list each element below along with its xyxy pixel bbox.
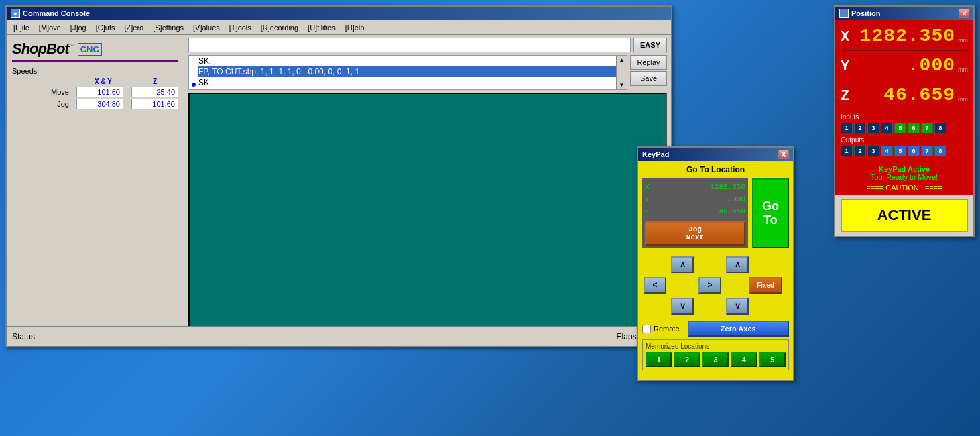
pos-title-left: 📍 Position [839, 9, 880, 18]
output-btn-3[interactable]: 3 [867, 146, 879, 156]
move-xy-input[interactable] [76, 87, 123, 97]
menu-jog[interactable]: [J]og [66, 22, 90, 33]
easy-button[interactable]: EASY [633, 38, 667, 52]
zero-axes-button[interactable]: Zero Axes [688, 321, 789, 337]
y-axis-label: Y [841, 58, 857, 75]
goto-x-row: X 1282.350 [645, 181, 745, 193]
go-to-button[interactable]: GoTo [752, 178, 789, 248]
goto-z-row: Z 46.659 [645, 205, 745, 217]
mem-btn-5[interactable]: 5 [759, 352, 786, 367]
yz-divider [841, 80, 968, 80]
down-left-arrow-button[interactable]: ∨ [671, 298, 694, 315]
input-btn-6[interactable]: 6 [908, 123, 920, 133]
mem-btn-3[interactable]: 3 [702, 352, 729, 367]
output-btn-2[interactable]: 2 [854, 146, 866, 156]
menubar: [F]ile [M]ove [J]og [C]uts [Z]ero [S]ett… [7, 20, 671, 35]
script-container: ● SK, FP, TO CUT.sbp, 1, 1, 1, 1, 0, -0.… [188, 55, 627, 90]
position-window: 📍 Position ✕ X 1282.350 mm Y .000 mm Z 4… [834, 5, 975, 237]
menu-tools[interactable]: [T]ools [225, 22, 255, 33]
command-input-field[interactable] [188, 38, 631, 52]
remote-checkbox[interactable] [642, 325, 651, 333]
outputs-label: Outputs [841, 136, 968, 144]
output-btn-4[interactable]: 4 [881, 146, 893, 156]
script-area: ● SK, FP, TO CUT.sbp, 1, 1, 1, 1, 0, -0.… [184, 55, 671, 93]
down-right-arrow-button[interactable]: ∨ [726, 298, 749, 315]
script-lines: SK, FP, TO CUT.sbp, 1, 1, 1, 1, 0, -0.00… [198, 56, 616, 89]
input-btn-2[interactable]: 2 [854, 123, 866, 133]
mem-btn-4[interactable]: 4 [731, 352, 757, 367]
menu-help[interactable]: [H]elp [341, 22, 369, 33]
menu-cuts[interactable]: [C]uts [92, 22, 119, 33]
menu-zero[interactable]: [Z]ero [120, 22, 147, 33]
goto-y-row: Y .000 [645, 193, 745, 205]
keypad-close-button[interactable]: X [778, 150, 789, 159]
jog-next-container: JogNext [645, 221, 745, 246]
output-btn-5[interactable]: 5 [894, 146, 906, 156]
input-btn-7[interactable]: 7 [921, 123, 933, 133]
mem-btn-2[interactable]: 2 [674, 352, 700, 367]
fixed-button[interactable]: Fixed [749, 277, 782, 294]
up-right-arrow-button[interactable]: ∧ [726, 256, 749, 273]
script-scrollbar[interactable]: ▲ ▼ [616, 56, 627, 89]
xy-divider [841, 50, 968, 51]
script-line-0: SK, [198, 56, 616, 66]
keypad-window: KeyPad X Go To Location X 1282.350 Y .00… [637, 146, 794, 381]
arrow-grid: ∧ ∧ < > Fixed ∨ ∨ [642, 255, 789, 315]
pos-icon: 📍 [839, 9, 849, 18]
replay-button[interactable]: Replay [630, 55, 667, 70]
go-to-display: X 1282.350 Y .000 Z 46.659 JogNext [642, 178, 748, 248]
output-btn-6[interactable]: 6 [908, 146, 920, 156]
position-status-section: KeyPad Active Tool Ready to Move! ==== C… [835, 162, 973, 195]
output-btn-7[interactable]: 7 [921, 146, 933, 156]
input-btn-1[interactable]: 1 [841, 123, 853, 133]
up-left-arrow-button[interactable]: ∧ [671, 256, 694, 273]
active-button[interactable]: ACTIVE [841, 199, 968, 232]
console-title: Command Console [23, 9, 90, 17]
menu-file[interactable]: [F]ile [9, 22, 34, 33]
input-btn-4[interactable]: 4 [881, 123, 893, 133]
position-close-button[interactable]: ✕ [959, 9, 969, 18]
save-button[interactable]: Save [630, 71, 667, 86]
left-arrow-button[interactable]: < [644, 277, 666, 294]
logo-text: ShopBot™ [12, 40, 74, 58]
menu-values[interactable]: [V]alues [189, 22, 224, 33]
y-unit: mm [958, 66, 968, 73]
arrow-pad: ∧ ∧ < > Fixed ∨ ∨ [638, 252, 793, 318]
goto-y-label: Y [645, 193, 654, 205]
z-unit: mm [958, 96, 968, 103]
menu-recording[interactable]: [R]ecording [257, 22, 302, 33]
logo-cnc: CNC [78, 43, 102, 56]
command-input-row: EASY [184, 35, 671, 55]
keypad-bottom: Remote Zero Axes Memorized Locations 1 2… [638, 318, 793, 373]
jog-z-input[interactable] [131, 99, 178, 109]
menu-utilities[interactable]: [U]tilities [304, 22, 340, 33]
output-btn-1[interactable]: 1 [841, 146, 853, 156]
script-buttons: Replay Save [630, 55, 667, 86]
left-panel: ShopBot™ CNC Speeds X & Y Z Move: Jog: [7, 35, 184, 346]
z-header: Z [131, 78, 178, 85]
input-btn-5[interactable]: 5 [894, 123, 906, 133]
goto-x-value: 1282.350 [657, 181, 745, 193]
jog-xy-input[interactable] [76, 99, 123, 109]
menu-settings[interactable]: [S]ettings [149, 22, 188, 33]
z-row: Z 46.659 mm [841, 85, 968, 105]
x-axis-label: X [841, 29, 857, 46]
goto-y-value: .000 [657, 193, 745, 205]
y-value: .000 [859, 55, 955, 76]
jog-next-button[interactable]: JogNext [645, 221, 745, 246]
caution-text: ==== CAUTION ! ==== [841, 184, 968, 192]
right-arrow-button[interactable]: > [698, 277, 721, 294]
x-row: X 1282.350 mm [841, 25, 968, 46]
bullet-col: ● [189, 56, 198, 89]
mem-btn-1[interactable]: 1 [646, 352, 672, 367]
menu-move[interactable]: [M]ove [35, 22, 65, 33]
output-btn-8[interactable]: 8 [934, 146, 946, 156]
speeds-section: Speeds X & Y Z Move: Jog: [12, 67, 178, 109]
input-btn-8[interactable]: 8 [934, 123, 946, 133]
script-line-1: FP, TO CUT.sbp, 1, 1, 1, 1, 0, -0.00, 0,… [198, 66, 616, 77]
inputs-label: Inputs [841, 113, 968, 121]
command-console-titlebar: ■ Command Console [7, 7, 671, 20]
input-btn-3[interactable]: 3 [867, 123, 879, 133]
green-display-area [188, 93, 667, 342]
move-z-input[interactable] [131, 87, 178, 97]
